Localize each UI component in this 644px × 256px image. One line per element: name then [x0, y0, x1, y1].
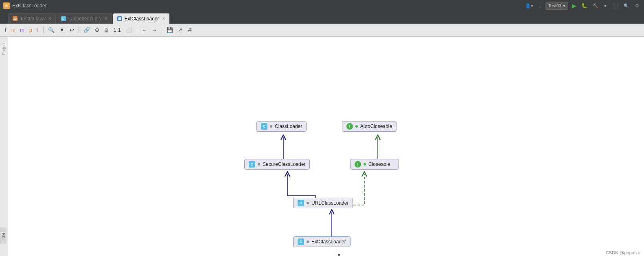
filter-interface-btn[interactable]: I — [35, 26, 40, 34]
title-bar-left: E ExtClassLoader — [3, 2, 47, 9]
zoom-in-icon-btn[interactable]: 🔍 — [46, 26, 56, 34]
save-diagram-btn[interactable]: 💾 — [165, 26, 175, 34]
link-btn[interactable]: 🔗 — [82, 26, 92, 34]
vcs-btn[interactable]: ↕ — [537, 2, 543, 9]
tab-launcher-label: Launcher.class — [68, 16, 101, 22]
diagram-toolbar: f r₀ m p I 🔍 ▼ ↩ 🔗 ⊕ ⊖ 1:1 ⬜ ← → 💾 ↗ 🖨 — [0, 24, 644, 37]
toolbar-separator-4 — [162, 26, 162, 34]
zoom-in-btn[interactable]: ⊕ — [93, 26, 101, 34]
build-button[interactable]: 🔨 — [591, 2, 600, 9]
urlclassloader-dot — [307, 202, 309, 204]
autocloseable-icon: I — [346, 123, 353, 130]
title-bar: E ExtClassLoader 👤▾ ↕ Test03 ▾ ▶ 🐛 🔨 ▾ ⬛… — [0, 0, 644, 11]
stop-btn[interactable]: ⬛ — [611, 2, 620, 9]
tab-icon-java: ☕ — [13, 16, 18, 21]
run-config-dropdown[interactable]: Test03 ▾ — [545, 2, 568, 10]
secureclassloader-label: SecureClassLoader — [263, 161, 305, 167]
run-button[interactable]: ▶ — [571, 2, 578, 10]
expand-btn[interactable]: → — [150, 26, 159, 34]
collapse-btn[interactable]: ← — [140, 26, 149, 34]
urlclassloader-icon: C — [298, 200, 304, 206]
classloader-dot — [270, 125, 272, 128]
title-bar-right: 👤▾ ↕ Test03 ▾ ▶ 🐛 🔨 ▾ ⬛ 🔍 ⚙ — [524, 2, 641, 10]
autocloseable-dot — [355, 125, 358, 128]
node-extclassloader[interactable]: C ExtClassLoader — [293, 236, 350, 247]
filter-method-btn[interactable]: m — [18, 26, 26, 34]
toolbar-separator-3 — [137, 26, 137, 34]
ure-label: ure — [0, 227, 7, 244]
left-sidebar: Project — [0, 37, 8, 256]
cursor-indicator: ↖ — [337, 252, 342, 256]
extclassloader-icon: C — [298, 238, 304, 245]
closeable-label: Closeable — [368, 161, 390, 167]
tab-bar: ☕ Test03.java ✕ C Launcher.class ✕ ▦ Ext… — [0, 11, 644, 24]
classloader-icon: C — [261, 123, 267, 130]
filter-field-btn[interactable]: f — [3, 26, 8, 34]
tab-extclassloader[interactable]: ▦ ExtClassLoader ✕ — [113, 13, 170, 24]
export-btn[interactable]: ↗ — [176, 26, 184, 34]
actual-size-btn[interactable]: 1:1 — [112, 26, 123, 34]
main-layout: Project C ClassLoader I AutoCloseable C — [0, 37, 644, 256]
filter-toggle-btn[interactable]: ▼ — [58, 26, 66, 34]
search-btn[interactable]: 🔍 — [622, 2, 631, 9]
zoom-out-btn[interactable]: ⊖ — [103, 26, 110, 34]
toolbar-separator-1 — [43, 26, 44, 34]
secureclassloader-icon: C — [249, 161, 255, 168]
urlclassloader-label: URLClassLoader — [311, 200, 348, 206]
app-icon: E — [3, 2, 10, 9]
classloader-label: ClassLoader — [275, 124, 302, 129]
tab-launcher-close[interactable]: ✕ — [104, 16, 107, 21]
extclassloader-label: ExtClassLoader — [311, 239, 346, 245]
more-btn[interactable]: ▾ — [602, 2, 608, 9]
extclassloader-dot — [307, 241, 309, 243]
autocloseable-label: AutoCloseable — [360, 124, 392, 129]
dropdown-arrow: ▾ — [563, 3, 565, 9]
node-closeable[interactable]: I Closeable — [350, 159, 399, 170]
tab-test03-close[interactable]: ✕ — [48, 16, 51, 21]
node-urlclassloader[interactable]: C URLClassLoader — [293, 198, 353, 208]
profile-btn[interactable]: 👤▾ — [524, 2, 535, 9]
tab-launcher[interactable]: C Launcher.class ✕ — [57, 13, 112, 24]
secureclassloader-dot — [258, 163, 260, 166]
curve-btn[interactable]: ↩ — [68, 26, 76, 34]
tab-extclassloader-close[interactable]: ✕ — [162, 16, 165, 21]
node-autocloseable[interactable]: I AutoCloseable — [342, 121, 396, 132]
settings-btn[interactable]: ⚙ — [633, 2, 641, 9]
fit-page-btn[interactable]: ⬜ — [124, 26, 134, 34]
filter-property-btn[interactable]: p — [28, 26, 34, 34]
node-secureclassloader[interactable]: C SecureClassLoader — [244, 159, 310, 170]
node-classloader[interactable]: C ClassLoader — [256, 121, 307, 132]
project-label: Project — [2, 42, 6, 55]
print-btn[interactable]: 🖨 — [186, 26, 194, 34]
watermark: CSDN @popofzk — [602, 249, 644, 256]
diagram-canvas[interactable]: C ClassLoader I AutoCloseable C SecureCl… — [8, 37, 644, 256]
tab-icon-class: C — [61, 16, 66, 21]
diagram-svg — [8, 37, 644, 256]
run-config-label: Test03 — [548, 3, 561, 8]
tab-test03-label: Test03.java — [20, 16, 45, 22]
toolbar-separator-2 — [79, 26, 79, 34]
debug-button[interactable]: 🐛 — [580, 2, 589, 9]
app-title: ExtClassLoader — [12, 3, 47, 9]
closeable-icon: I — [355, 161, 361, 168]
closeable-dot — [364, 163, 366, 166]
filter-rmethod-btn[interactable]: r₀ — [10, 26, 17, 34]
tab-icon-uml: ▦ — [117, 16, 122, 21]
tab-extclassloader-label: ExtClassLoader — [125, 16, 159, 22]
tab-test03[interactable]: ☕ Test03.java ✕ — [8, 13, 56, 24]
